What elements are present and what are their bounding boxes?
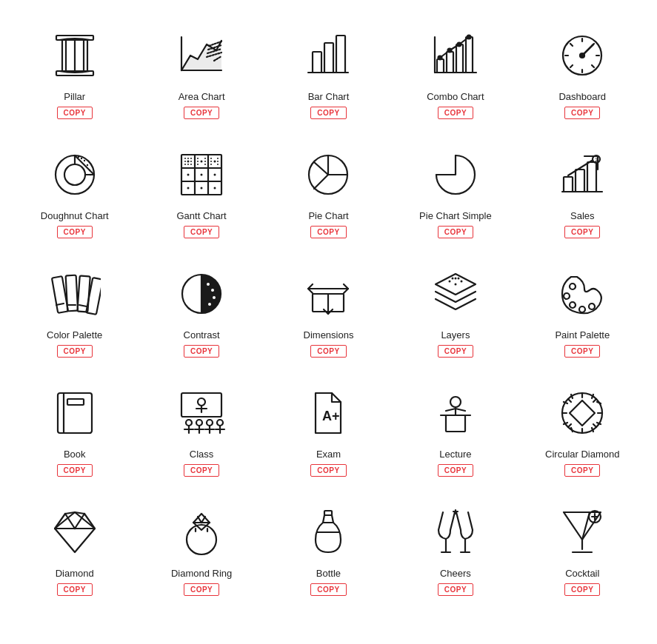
- dimensions-icon: [299, 264, 358, 323]
- combo-chart-copy-button[interactable]: COPY: [438, 107, 473, 119]
- dashboard-copy-button[interactable]: COPY: [564, 107, 600, 119]
- pie-chart-label: Pie Chart: [308, 210, 348, 221]
- diamond-ring-copy-button[interactable]: COPY: [184, 583, 219, 596]
- bottle-copy-button[interactable]: COPY: [310, 583, 346, 596]
- svg-marker-166: [570, 400, 595, 426]
- circular-diamond-copy-button[interactable]: COPY: [564, 464, 600, 477]
- icon-cell-class: Class COPY: [141, 372, 261, 484]
- bar-chart-label: Bar Chart: [308, 91, 350, 102]
- diamond-label: Diamond: [56, 568, 94, 579]
- svg-point-23: [438, 56, 441, 60]
- svg-point-25: [457, 43, 461, 47]
- icon-cell-contrast: Contrast COPY: [141, 253, 261, 365]
- svg-point-106: [213, 296, 216, 299]
- bar-chart-copy-button[interactable]: COPY: [310, 107, 346, 119]
- layers-copy-button[interactable]: COPY: [438, 345, 473, 358]
- icon-cell-dashboard: Dashboard COPY: [523, 15, 642, 127]
- gantt-chart-label: Gantt Chart: [176, 210, 226, 221]
- svg-line-178: [198, 517, 201, 523]
- paint-palette-copy-button[interactable]: COPY: [564, 345, 600, 358]
- doughnut-chart-label: Doughnut Chart: [41, 210, 109, 221]
- svg-point-77: [204, 164, 206, 165]
- svg-point-26: [467, 36, 470, 39]
- svg-point-78: [210, 158, 212, 159]
- pie-chart-copy-button[interactable]: COPY: [310, 226, 346, 238]
- pie-chart-simple-label: Pie Chart Simple: [419, 210, 492, 221]
- svg-point-83: [217, 164, 219, 165]
- dimensions-copy-button[interactable]: COPY: [310, 345, 346, 358]
- svg-line-184: [332, 515, 333, 523]
- icon-cell-book: Book COPY: [15, 372, 134, 484]
- svg-point-46: [88, 170, 90, 171]
- icon-cell-paint-palette: Paint Palette COPY: [523, 253, 642, 365]
- svg-rect-20: [447, 52, 453, 73]
- color-palette-copy-button[interactable]: COPY: [57, 345, 93, 358]
- pie-chart-simple-icon: [426, 145, 485, 204]
- bar-chart-icon: [299, 26, 358, 85]
- svg-line-99: [56, 303, 64, 305]
- svg-line-156: [593, 399, 596, 402]
- lecture-copy-button[interactable]: COPY: [438, 464, 473, 477]
- svg-line-38: [570, 65, 573, 67]
- icon-cell-bar-chart: Bar Chart COPY: [269, 15, 388, 127]
- dimensions-label: Dimensions: [304, 329, 354, 341]
- svg-line-179: [201, 517, 205, 523]
- class-copy-button[interactable]: COPY: [184, 464, 219, 477]
- svg-rect-21: [456, 44, 463, 73]
- diamond-ring-icon: [172, 503, 231, 562]
- exam-copy-button[interactable]: COPY: [310, 464, 346, 477]
- svg-point-118: [570, 284, 576, 289]
- svg-point-48: [77, 156, 79, 158]
- gantt-chart-icon: [172, 145, 231, 204]
- svg-point-56: [201, 161, 203, 163]
- svg-point-49: [89, 174, 90, 175]
- svg-marker-167: [55, 512, 95, 552]
- svg-line-88: [314, 162, 328, 175]
- svg-point-113: [454, 278, 456, 280]
- svg-rect-22: [466, 37, 473, 73]
- svg-rect-90: [576, 170, 584, 192]
- svg-line-87: [314, 175, 328, 189]
- svg-point-59: [201, 174, 203, 176]
- icon-cell-cheers: Cheers COPY: [396, 492, 515, 603]
- svg-point-55: [187, 161, 190, 163]
- circular-diamond-icon: [553, 383, 612, 443]
- book-copy-button[interactable]: COPY: [57, 464, 93, 477]
- icon-cell-pie-chart: Pie Chart COPY: [269, 134, 388, 246]
- cheers-copy-button[interactable]: COPY: [438, 583, 473, 596]
- svg-point-65: [190, 161, 192, 162]
- gantt-chart-copy-button[interactable]: COPY: [184, 226, 219, 238]
- svg-point-117: [457, 278, 459, 280]
- svg-point-115: [454, 284, 456, 286]
- svg-line-148: [456, 409, 465, 411]
- svg-rect-125: [67, 399, 84, 405]
- svg-text:A+: A+: [322, 409, 340, 423]
- cocktail-copy-button[interactable]: COPY: [564, 583, 600, 596]
- svg-point-131: [196, 420, 202, 426]
- diamond-copy-button[interactable]: COPY: [57, 583, 93, 596]
- cocktail-label: Cocktail: [565, 568, 599, 579]
- icon-cell-bottle: Bottle COPY: [269, 492, 388, 603]
- svg-point-30: [580, 53, 584, 58]
- book-label: Book: [64, 449, 86, 460]
- icon-cell-sales: 1 Sales COPY: [523, 134, 642, 246]
- icon-cell-circular-diamond: Circular Diamond COPY: [523, 372, 642, 484]
- color-palette-icon: [45, 264, 104, 323]
- pie-chart-simple-copy-button[interactable]: COPY: [438, 226, 473, 238]
- area-chart-copy-button[interactable]: COPY: [184, 107, 219, 119]
- icon-cell-layers: Layers COPY: [396, 253, 515, 365]
- svg-point-81: [217, 158, 219, 159]
- area-chart-icon: [172, 26, 231, 85]
- icon-cell-exam: A+ Exam COPY: [269, 372, 388, 484]
- icon-cell-diamond-ring: Diamond Ring COPY: [141, 492, 261, 603]
- pillar-copy-button[interactable]: COPY: [57, 107, 93, 119]
- doughnut-chart-copy-button[interactable]: COPY: [57, 226, 93, 238]
- svg-point-145: [450, 397, 461, 407]
- sales-copy-button[interactable]: COPY: [564, 226, 600, 238]
- icon-cell-gantt-chart: Gantt Chart COPY: [141, 134, 261, 246]
- diamond-ring-label: Diamond Ring: [171, 568, 232, 579]
- svg-rect-19: [437, 59, 444, 73]
- sales-label: Sales: [570, 210, 595, 221]
- contrast-copy-button[interactable]: COPY: [184, 345, 219, 358]
- icon-cell-pie-chart-simple: Pie Chart Simple COPY: [396, 134, 515, 246]
